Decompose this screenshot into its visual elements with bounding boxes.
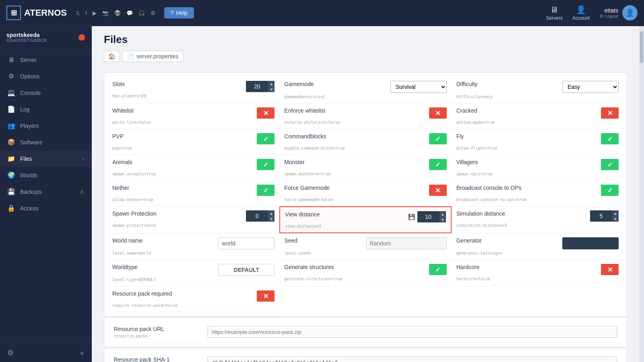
players-icon: 👥	[7, 122, 15, 130]
spawn-protection-decrement[interactable]: ▼	[268, 216, 275, 222]
gamemode-prop: gamemode=survival	[284, 95, 446, 99]
sidebar-item-options[interactable]: ⚙ Options	[0, 68, 91, 84]
worldtype-input[interactable]	[218, 264, 275, 276]
animals-toggle[interactable]: ✓	[257, 159, 275, 170]
setting-cracked: Cracked ✕ online-mode=true	[452, 103, 623, 129]
seed-input[interactable]	[366, 237, 447, 249]
spawn-protection-label: Spawn Protection	[112, 210, 157, 217]
difficulty-select[interactable]: Peaceful Easy Normal Hard	[562, 81, 619, 93]
broadcast-console-toggle-icon: ✓	[607, 187, 613, 194]
villagers-toggle[interactable]: ✓	[601, 159, 619, 170]
monster-toggle-icon: ✓	[435, 161, 440, 169]
view-distance-input[interactable]	[417, 211, 440, 222]
collapse-icon[interactable]: «	[80, 349, 84, 357]
scrollbar-thumb[interactable]	[640, 31, 643, 63]
simulation-distance-control: ▲ ▼	[590, 210, 619, 222]
pvp-toggle-icon: ✓	[263, 135, 268, 143]
hardcore-prop: hardcore=false	[456, 277, 619, 281]
sidebar-item-backups[interactable]: 💾 Backups ⚠	[0, 183, 91, 200]
sidebar-item-files[interactable]: 📁 Files ›	[0, 150, 91, 167]
sidebar-item-console[interactable]: 💻 Console	[0, 84, 91, 101]
breadcrumb-file-button[interactable]: 📄 server.properties	[122, 51, 184, 62]
content-area: Files 🏠 📄 server.properties Slots	[92, 26, 639, 362]
hardcore-toggle-icon: ✕	[607, 266, 613, 274]
view-distance-label: View distance	[285, 211, 320, 218]
difficulty-prop: difficulty=easy	[456, 95, 619, 99]
sidebar-item-log[interactable]: 📄 Log	[0, 101, 91, 117]
sidebar-item-players[interactable]: 👥 Players	[0, 117, 91, 134]
force-gamemode-toggle[interactable]: ✕	[429, 185, 447, 196]
slots-decrement[interactable]: ▼	[268, 86, 275, 92]
logo-box: ⊞	[6, 6, 21, 20]
view-distance-prop: view-distance=5	[285, 224, 446, 228]
slots-increment[interactable]: ▲	[268, 81, 275, 86]
simulation-distance-input[interactable]	[590, 210, 612, 222]
generator-input[interactable]	[562, 237, 619, 249]
simulation-distance-increment[interactable]: ▲	[612, 210, 619, 216]
topnav: ⊞ ATERNOS 𝕏 f ▶ 📷 👽 💬 🎧 ⚙ ? Help 🖥 Serve…	[0, 0, 644, 26]
servers-nav-item[interactable]: 🖥 Servers	[546, 5, 563, 21]
profile-id: #ZnoUCHETXxS2fcZk	[6, 38, 74, 43]
generate-structures-toggle[interactable]: ✓	[429, 264, 447, 275]
spawn-protection-increment[interactable]: ▲	[268, 210, 275, 216]
account-nav-item[interactable]: 👤 Account	[572, 5, 590, 21]
resource-pack-url-input[interactable]	[207, 326, 617, 338]
slots-input[interactable]: 20	[246, 81, 268, 92]
gamemode-label: Gamemode	[284, 81, 314, 87]
view-distance-decrement[interactable]: ▼	[440, 217, 446, 222]
enforce-whitelist-toggle[interactable]: ✕	[429, 107, 447, 119]
gamemode-select[interactable]: Survival Creative Adventure Spectator	[390, 81, 447, 93]
resource-pack-sha1-row: Resource pack SHA-1	[109, 352, 622, 362]
setting-enforce-whitelist: Enforce whitelist ✕ enforce-whitelist=fa…	[279, 103, 451, 129]
sidebar-label-options: Options	[20, 73, 84, 80]
options-icon: ⚙	[7, 72, 15, 80]
reddit-icon[interactable]: 👽	[114, 10, 121, 16]
sidebar-item-server[interactable]: 🖥 Server	[0, 52, 91, 68]
help-button[interactable]: ? Help	[164, 7, 194, 19]
logout-link[interactable]: ⚙ Logout	[599, 14, 618, 19]
instagram-icon[interactable]: 📷	[102, 10, 109, 16]
setting-commandblocks: Commandblocks ✓ enable-command-block=tru…	[279, 129, 451, 155]
monster-toggle[interactable]: ✓	[429, 159, 447, 170]
broadcast-console-label: Broadcast console to OPs	[456, 185, 522, 191]
simulation-distance-decrement[interactable]: ▼	[612, 216, 619, 222]
server-icon: 🖥	[7, 56, 15, 64]
github-icon[interactable]: ⚙	[151, 10, 155, 16]
facebook-icon[interactable]: f	[85, 10, 87, 16]
resource-pack-sha1-section: Resource pack SHA-1	[104, 348, 627, 362]
whitelist-toggle[interactable]: ✕	[257, 107, 275, 119]
breadcrumb-home-button[interactable]: 🏠	[104, 51, 120, 62]
view-distance-increment[interactable]: ▲	[440, 211, 446, 217]
backups-icon: 💾	[7, 188, 15, 195]
user-menu: ettats ⚙ Logout 👤	[599, 5, 638, 21]
user-avatar[interactable]: 👤	[622, 5, 638, 21]
fly-toggle[interactable]: ✓	[601, 133, 619, 144]
resource-pack-required-prop: require-resource-pack=false	[112, 303, 275, 308]
world-name-input[interactable]	[218, 237, 275, 249]
sidebar-label-software: Software	[20, 139, 84, 146]
spawn-protection-input[interactable]	[246, 210, 268, 222]
setting-fly: Fly ✓ allow-flight=true	[452, 129, 623, 155]
youtube-icon[interactable]: ▶	[93, 10, 97, 16]
account-icon: 👤	[576, 5, 586, 14]
sidebar-item-worlds[interactable]: 🌍 Worlds	[0, 167, 91, 183]
twitter-icon[interactable]: 𝕏	[76, 10, 80, 16]
resource-pack-required-toggle[interactable]: ✕	[257, 290, 275, 302]
pvp-toggle[interactable]: ✓	[257, 133, 275, 144]
sidebar-item-access[interactable]: 🔒 Access	[0, 200, 91, 216]
resource-pack-sha1-input[interactable]	[207, 356, 617, 362]
setting-hardcore: Hardcore ✕ hardcore=false	[452, 260, 623, 286]
settings-gear-icon[interactable]: ⚙	[7, 348, 14, 357]
enforce-whitelist-prop: enforce-whitelist=false	[284, 120, 446, 125]
monster-label: Monster	[284, 159, 305, 165]
broadcast-console-toggle[interactable]: ✓	[601, 185, 619, 196]
commandblocks-toggle[interactable]: ✓	[429, 133, 447, 144]
animals-prop: spawn-animals=true	[112, 172, 275, 176]
sidebar-item-software[interactable]: 📦 Software	[0, 134, 91, 150]
hardcore-toggle[interactable]: ✕	[601, 264, 619, 275]
nether-toggle[interactable]: ✓	[257, 185, 275, 196]
hardcore-label: Hardcore	[456, 264, 480, 270]
cracked-toggle[interactable]: ✕	[601, 107, 619, 119]
discord-icon[interactable]: 💬	[126, 10, 133, 16]
teamspeak-icon[interactable]: 🎧	[138, 10, 145, 16]
